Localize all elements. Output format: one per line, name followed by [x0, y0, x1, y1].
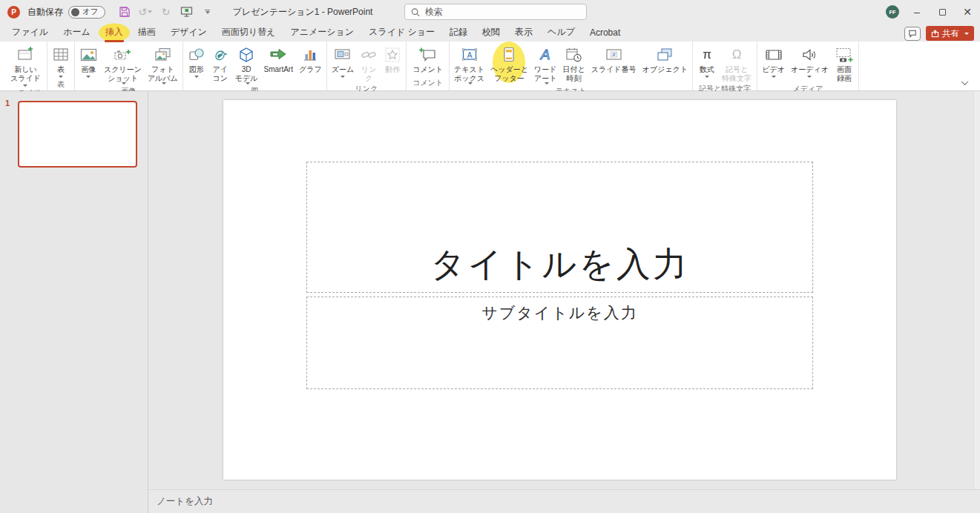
- close-icon[interactable]: ✕: [955, 0, 980, 24]
- new-slide-button[interactable]: 新しい スライド: [7, 42, 44, 87]
- comments-button[interactable]: [904, 27, 921, 41]
- screenshot-button[interactable]: スクリーン ショット: [101, 42, 145, 85]
- bar: [205, 10, 210, 11]
- group-label-table: 表: [49, 79, 73, 92]
- shapes-icon: [188, 44, 205, 64]
- customize-qat-icon[interactable]: [199, 3, 217, 21]
- ribbon-group-links: ズーム リン ク 動作 リンク: [327, 42, 407, 90]
- zoom-button[interactable]: ズーム: [329, 42, 357, 79]
- start-slideshow-icon[interactable]: [178, 3, 196, 21]
- object-button[interactable]: オブジェクト: [639, 42, 691, 75]
- svg-text:A: A: [467, 50, 472, 59]
- subtitle-placeholder[interactable]: サブタイトルを入力: [306, 297, 813, 389]
- ribbon-group-symbols: π 数式 Ω 記号と 特殊文字 記号と特殊文字: [693, 42, 757, 90]
- title-placeholder[interactable]: タイトルを入力: [306, 162, 813, 293]
- tab-insert[interactable]: 挿入: [98, 23, 131, 42]
- smartart-button[interactable]: SmartArt: [261, 42, 296, 75]
- slide-number-button[interactable]: # スライド番号: [588, 42, 639, 75]
- bird-icon: [211, 44, 229, 64]
- tab-acrobat[interactable]: Acrobat: [582, 24, 628, 42]
- equation-button[interactable]: π 数式: [695, 42, 719, 79]
- autosave-state: オフ: [82, 7, 99, 17]
- dropdown-icon: [23, 85, 27, 87]
- tab-record[interactable]: 記録: [442, 23, 475, 42]
- undo-icon[interactable]: ↺: [137, 3, 154, 21]
- tab-design[interactable]: デザイン: [163, 23, 214, 42]
- share-button[interactable]: 共有: [926, 26, 974, 41]
- vertical-scrollbar[interactable]: [973, 91, 980, 489]
- autosave-toggle[interactable]: 自動保存 オフ: [27, 6, 105, 19]
- chart-button[interactable]: グラフ: [296, 42, 325, 75]
- group-label-comments: コメント: [408, 77, 447, 90]
- slide-number-icon: #: [605, 44, 623, 64]
- table-button[interactable]: 表: [49, 42, 73, 79]
- tab-view[interactable]: 表示: [507, 23, 540, 42]
- tab-home[interactable]: ホーム: [56, 23, 98, 42]
- dropdown-icon: [705, 76, 709, 78]
- photo-album-button[interactable]: フォト アルバム: [145, 42, 181, 85]
- comment-bubble-icon: [908, 30, 917, 38]
- audio-button[interactable]: オーディオ: [788, 42, 832, 79]
- tab-animations[interactable]: アニメーション: [283, 23, 361, 42]
- 3d-models-button[interactable]: 3D モデル: [232, 42, 261, 85]
- wordart-button[interactable]: A ワード アート: [531, 42, 559, 85]
- save-icon[interactable]: [116, 3, 134, 21]
- tab-file[interactable]: ファイル: [4, 23, 56, 42]
- link-icon: [360, 44, 378, 64]
- tab-review[interactable]: 校閲: [475, 23, 507, 42]
- toggle-knob-icon: [71, 8, 79, 16]
- tab-transitions[interactable]: 画面切り替え: [214, 23, 283, 42]
- photo-album-icon: [154, 44, 172, 64]
- search-box[interactable]: [404, 4, 587, 20]
- tab-help[interactable]: ヘルプ: [540, 23, 582, 42]
- powerpoint-logo-icon[interactable]: P: [7, 6, 20, 19]
- new-comment-icon: [418, 44, 438, 64]
- dropdown-icon: [772, 76, 776, 78]
- dropdown-icon: [468, 82, 473, 85]
- pictures-button[interactable]: 画像: [76, 42, 101, 79]
- text-box-icon: A: [461, 44, 479, 64]
- avatar[interactable]: FF: [886, 5, 899, 19]
- text-box-button[interactable]: A テキスト ボックス: [451, 42, 487, 85]
- ribbon-group-illustrations: 図形 アイ コン 3D モデル: [183, 42, 327, 90]
- shapes-button[interactable]: 図形: [185, 42, 208, 79]
- autosave-label: 自動保存: [27, 6, 63, 19]
- notes-pane[interactable]: ノートを入力: [149, 489, 980, 513]
- svg-text:Ω: Ω: [732, 47, 742, 62]
- ribbon-group-media: ビデオ オーディオ 画面 録画 メディア: [757, 42, 859, 90]
- icons-button[interactable]: アイ コン: [208, 42, 232, 83]
- ribbon: 新しい スライド スライド 表 表: [0, 42, 980, 91]
- autosave-pill[interactable]: オフ: [68, 6, 105, 19]
- minimize-icon[interactable]: –: [904, 0, 930, 24]
- search-input[interactable]: [425, 7, 580, 17]
- title-bar: P 自動保存 オフ ↺ ↻ プレゼンテーション1 - PowerPoint: [0, 0, 980, 24]
- maximize-icon[interactable]: [930, 0, 955, 24]
- header-footer-button[interactable]: ヘッダーと フッター: [487, 42, 531, 83]
- ribbon-group-table: 表 表: [47, 42, 75, 90]
- zoom-icon: [333, 44, 352, 64]
- smartart-icon: [269, 44, 288, 64]
- date-time-button[interactable]: 日付と 時刻: [559, 42, 588, 83]
- screen-recording-button[interactable]: 画面 録画: [832, 42, 857, 83]
- dropdown-icon: [86, 76, 91, 78]
- search-icon: [411, 7, 420, 17]
- redo-icon[interactable]: ↻: [157, 3, 175, 21]
- share-label: 共有: [942, 28, 959, 39]
- slide-canvas[interactable]: タイトルを入力 サブタイトルを入力: [223, 100, 896, 480]
- video-button[interactable]: ビデオ: [759, 42, 788, 79]
- new-comment-button[interactable]: コメント: [410, 42, 446, 75]
- tab-draw[interactable]: 描画: [131, 23, 163, 42]
- powerpoint-window: P 自動保存 オフ ↺ ↻ プレゼンテーション1 - PowerPoint: [0, 0, 980, 513]
- tab-slideshow[interactable]: スライド ショー: [361, 23, 442, 42]
- slide-thumbnail[interactable]: [18, 101, 137, 168]
- picture-icon: [79, 44, 98, 64]
- symbol-icon: Ω: [728, 44, 746, 64]
- share-icon: [931, 30, 939, 38]
- window-controls: – ✕: [904, 0, 980, 24]
- max-glyph: [939, 9, 946, 16]
- ribbon-tab-bar: ファイル ホーム 挿入 描画 デザイン 画面切り替え アニメーション スライド …: [0, 24, 980, 42]
- ribbon-group-text: A テキスト ボックス ヘッダーと フッター A ワード アート: [450, 42, 693, 90]
- dropdown-icon: [807, 76, 812, 78]
- collapse-ribbon-button[interactable]: [958, 77, 971, 87]
- slide-number-label: 1: [5, 99, 10, 107]
